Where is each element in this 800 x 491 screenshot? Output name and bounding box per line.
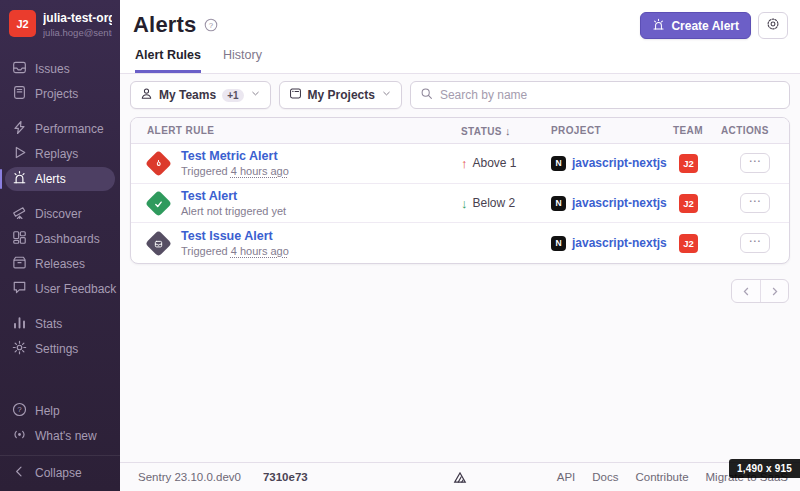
build-sha[interactable]: 7310e73 (263, 471, 308, 483)
sidebar-section: StatsSettings (0, 312, 120, 361)
alert-rule-link[interactable]: Test Alert (181, 189, 286, 203)
alert-rule-link[interactable]: Test Issue Alert (181, 229, 289, 243)
project-icon (289, 87, 302, 103)
sidebar-item-label: Releases (35, 257, 85, 271)
alert-rule-link[interactable]: Test Metric Alert (181, 149, 289, 163)
sidebar-collapse-button[interactable]: Collapse (5, 461, 115, 485)
chevron-down-icon (381, 88, 392, 102)
dashboards-icon (12, 230, 27, 248)
sidebar-item-releases[interactable]: Releases (5, 252, 115, 276)
trigger-time-link[interactable]: 4 hours ago (231, 165, 289, 177)
stats-icon (12, 315, 27, 333)
issue-alert-icon (145, 230, 172, 257)
col-actions: Actions (721, 125, 789, 136)
col-status[interactable]: Status↓ (461, 125, 551, 137)
pagination (130, 279, 790, 303)
alert-rule-subtext: Alert not triggered yet (181, 205, 286, 217)
footer-link-contribute[interactable]: Contribute (635, 471, 688, 483)
whats-new-icon (12, 427, 27, 445)
collapse-icon (12, 464, 27, 482)
settings-icon (12, 340, 27, 358)
my-projects-label: My Projects (308, 88, 375, 102)
releases-icon (12, 255, 27, 273)
sidebar-item-replays[interactable]: Replays (5, 142, 115, 166)
sidebar-item-settings[interactable]: Settings (5, 337, 115, 361)
sidebar-item-user-feedback[interactable]: User Feedback (5, 277, 115, 301)
siren-icon (652, 18, 665, 34)
status-cell: ↓ Below 2 (461, 196, 551, 211)
alert-rules-table: Alert Rule Status↓ Project Team Actions … (130, 117, 790, 264)
sidebar-item-dashboards[interactable]: Dashboards (5, 227, 115, 251)
tab-alert-rules[interactable]: Alert Rules (135, 48, 201, 73)
person-icon (140, 87, 153, 103)
sidebar-section: PerformanceReplaysAlerts (0, 117, 120, 191)
sidebar-item-discover[interactable]: Discover (5, 202, 115, 226)
my-teams-filter[interactable]: My Teams +1 (130, 81, 271, 109)
team-avatar[interactable]: J2 (679, 154, 698, 173)
pagination-next-button[interactable] (760, 280, 788, 302)
alerts-icon (12, 170, 27, 188)
issues-icon (12, 60, 27, 78)
nextjs-platform-icon: N (551, 236, 566, 251)
project-cell: N javascript-nextjs (551, 196, 673, 211)
alert-rule-subtext: Triggered 4 hours ago (181, 165, 289, 177)
nextjs-platform-icon: N (551, 156, 566, 171)
sidebar-item-issues[interactable]: Issues (5, 57, 115, 81)
help-circle-icon[interactable]: ? (204, 18, 218, 36)
project-cell: N javascript-nextjs (551, 236, 673, 251)
help-icon: ? (12, 402, 27, 420)
tab-history[interactable]: History (223, 48, 262, 73)
table-row: Test Metric Alert Triggered 4 hours ago … (131, 144, 789, 184)
sidebar-section: IssuesProjects (0, 57, 120, 106)
status-up-arrow-icon: ↑ (461, 156, 468, 171)
collapse-label: Collapse (35, 466, 82, 480)
chevron-down-icon (250, 88, 261, 102)
row-actions-button[interactable]: ⋯ (740, 233, 770, 253)
row-actions-button[interactable]: ⋯ (740, 153, 770, 173)
create-alert-button[interactable]: Create Alert (640, 12, 751, 39)
pagination-prev-button[interactable] (732, 280, 760, 302)
alerts-settings-button[interactable] (758, 12, 788, 39)
sidebar-section: DiscoverDashboardsReleasesUser Feedback (0, 202, 120, 301)
col-alert-rule: Alert Rule (131, 125, 461, 136)
footer-link-api[interactable]: API (557, 471, 576, 483)
search-input[interactable] (440, 88, 780, 102)
status-down-arrow-icon: ↓ (461, 196, 468, 211)
sidebar-item-performance[interactable]: Performance (5, 117, 115, 141)
table-header-row: Alert Rule Status↓ Project Team Actions (131, 118, 789, 144)
project-cell: N javascript-nextjs (551, 156, 673, 171)
svg-text:?: ? (17, 405, 22, 414)
sidebar-item-help[interactable]: ?Help (5, 399, 115, 423)
table-row: Test Issue Alert Triggered 4 hours ago N… (131, 223, 789, 263)
page-header: Alerts ? Create Alert Alert Rules Histor… (120, 0, 800, 74)
row-actions-button[interactable]: ⋯ (740, 193, 770, 213)
sidebar-item-label: User Feedback (35, 282, 116, 296)
content-area: My Teams +1 My Projects Alert Rule Statu… (120, 74, 800, 303)
project-link[interactable]: javascript-nextjs (572, 236, 667, 250)
sidebar-nav: IssuesProjectsPerformanceReplaysAlertsDi… (0, 57, 120, 361)
footer-link-docs[interactable]: Docs (592, 471, 618, 483)
table-body: Test Metric Alert Triggered 4 hours ago … (131, 144, 789, 263)
search-field[interactable] (410, 81, 790, 109)
project-link[interactable]: javascript-nextjs (572, 156, 667, 170)
replays-icon (12, 145, 27, 163)
sentry-logo-icon[interactable] (452, 469, 469, 488)
org-switcher[interactable]: J2 julia-test-org-2 … julia.hoge@sentry.… (0, 0, 120, 46)
team-avatar[interactable]: J2 (679, 234, 698, 253)
org-name: julia-test-org-2 … (43, 11, 112, 25)
gear-icon (766, 17, 780, 34)
sidebar-item-alerts[interactable]: Alerts (5, 167, 115, 191)
sidebar-item-stats[interactable]: Stats (5, 312, 115, 336)
performance-icon (12, 120, 27, 138)
sidebar-item-what-s-new[interactable]: What's new (5, 424, 115, 448)
page-title: Alerts (133, 12, 197, 38)
my-projects-filter[interactable]: My Projects (279, 81, 402, 109)
team-avatar[interactable]: J2 (679, 194, 698, 213)
sidebar-item-projects[interactable]: Projects (5, 82, 115, 106)
app-footer: Sentry 23.10.0.dev0 7310e73 APIDocsContr… (120, 462, 800, 491)
trigger-time-link[interactable]: 4 hours ago (231, 245, 289, 257)
sidebar-item-label: Issues (35, 62, 70, 76)
project-link[interactable]: javascript-nextjs (572, 196, 667, 210)
nextjs-platform-icon: N (551, 196, 566, 211)
sidebar-item-label: What's new (35, 429, 97, 443)
